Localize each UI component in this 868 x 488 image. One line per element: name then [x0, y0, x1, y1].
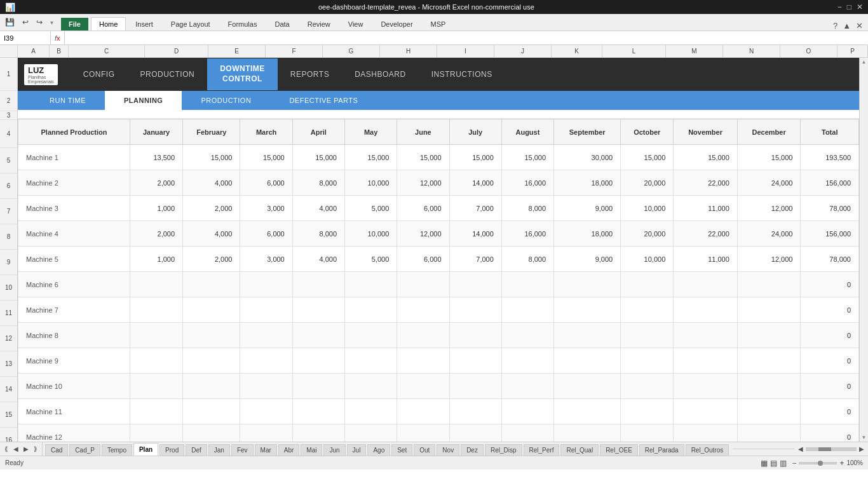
page-break-view-icon[interactable]: ▥ — [780, 459, 787, 468]
page-layout-tab[interactable]: Page Layout — [163, 17, 219, 30]
table-row[interactable]: Machine 51,0002,0003,0004,0005,0006,0007… — [18, 247, 859, 272]
tab-nav-last[interactable]: ⟫ — [32, 444, 39, 454]
col-header-p[interactable]: P — [837, 45, 868, 57]
sheet-tab-set[interactable]: Set — [391, 444, 412, 456]
col-header-c[interactable]: C — [69, 45, 145, 57]
col-header-j[interactable]: J — [494, 45, 552, 57]
vertical-scrollbar[interactable]: ▲ ▼ — [859, 58, 868, 442]
msp-tab[interactable]: MSP — [423, 17, 454, 30]
nav-instructions[interactable]: INSTRUCTIONS — [419, 58, 505, 90]
subtab-production[interactable]: PRODUCTION — [182, 91, 270, 110]
sheet-tab-cad_p[interactable]: Cad_P — [69, 444, 100, 456]
tab-nav-prev[interactable]: ◀ — [11, 444, 20, 454]
close-btn[interactable]: ✕ — [857, 3, 863, 11]
th-may: May — [345, 119, 397, 145]
sheet-tab-rel_disp[interactable]: Rel_Disp — [485, 444, 522, 456]
nav-dashboard[interactable]: DASHBOARD — [342, 58, 419, 90]
redo-quick-btn[interactable]: ↪ — [34, 17, 45, 28]
nav-config[interactable]: CONFIG — [71, 58, 128, 90]
nav-reports[interactable]: REPORTS — [278, 58, 342, 90]
tab-nav-next[interactable]: ▶ — [22, 444, 31, 454]
sheet-tab-rel_perf[interactable]: Rel_Perf — [524, 444, 560, 456]
sheet-tab-fev[interactable]: Fev — [231, 444, 254, 456]
col-header-e[interactable]: E — [208, 45, 266, 57]
table-row[interactable]: Machine 110 — [18, 399, 859, 424]
table-row[interactable]: Machine 70 — [18, 297, 859, 323]
sheet-tab-rel_qual[interactable]: Rel_Qual — [560, 444, 599, 456]
sheet-tab-jul[interactable]: Jul — [347, 444, 367, 456]
col-header-i[interactable]: I — [437, 45, 494, 57]
col-header-k[interactable]: K — [552, 45, 602, 57]
save-quick-btn[interactable]: 💾 — [3, 17, 17, 28]
nav-downtime-control[interactable]: DOWNTIMECONTROL — [207, 58, 278, 90]
sheet-tab-out[interactable]: Out — [414, 444, 435, 456]
sheet-tab-plan[interactable]: Plan — [133, 443, 158, 456]
logo-subtext: PlanilhasEmpresariais — [28, 75, 54, 84]
minimize-ribbon-icon[interactable]: ▲ — [843, 21, 851, 30]
home-tab[interactable]: Home — [91, 17, 126, 30]
col-header-g[interactable]: G — [323, 45, 380, 57]
page-layout-view-icon[interactable]: ▤ — [770, 459, 777, 468]
table-row[interactable]: Machine 22,0004,0006,0008,00010,00012,00… — [18, 170, 859, 196]
data-tab[interactable]: Data — [266, 17, 297, 30]
col-header-b[interactable]: B — [50, 45, 69, 57]
table-row[interactable]: Machine 100 — [18, 374, 859, 399]
minimize-btn[interactable]: − — [837, 3, 842, 11]
sheet-tab-rel_parada[interactable]: Rel_Parada — [639, 444, 684, 456]
formulas-tab[interactable]: Formulas — [220, 17, 266, 30]
help-icon[interactable]: ? — [833, 21, 837, 30]
close-ribbon-icon[interactable]: ✕ — [856, 21, 863, 30]
col-header-n[interactable]: N — [723, 45, 780, 57]
col-header-a[interactable]: A — [18, 45, 50, 57]
tab-nav-first[interactable]: ⟪ — [3, 444, 10, 454]
maximize-btn[interactable]: □ — [847, 3, 851, 11]
horizontal-scroll[interactable]: ◀ ▶ — [794, 445, 868, 452]
nav-production[interactable]: PRODUCTION — [128, 58, 208, 90]
sheet-tab-prod[interactable]: Prod — [159, 444, 184, 456]
sheet-tab-mai[interactable]: Mai — [301, 444, 322, 456]
zoom-slider[interactable] — [799, 462, 837, 464]
sheet-tab-cad[interactable]: Cad — [45, 444, 68, 456]
sheet-tab-abr[interactable]: Abr — [278, 444, 300, 456]
review-tab[interactable]: Review — [299, 17, 339, 30]
col-header-m[interactable]: M — [666, 45, 723, 57]
col-header-f[interactable]: F — [266, 45, 323, 57]
sheet-tab-rel_outros[interactable]: Rel_Outros — [686, 444, 729, 456]
formula-input[interactable] — [65, 31, 868, 44]
table-row[interactable]: Machine 60 — [18, 272, 859, 297]
cell-reference[interactable]: I39 — [0, 31, 51, 44]
col-header-l[interactable]: L — [602, 45, 666, 57]
table-row[interactable]: Machine 80 — [18, 323, 859, 348]
undo-quick-btn[interactable]: ↩ — [20, 17, 31, 28]
col-header-h[interactable]: H — [380, 45, 437, 57]
formula-icon: fx — [51, 31, 65, 44]
zoom-in-btn[interactable]: + — [839, 459, 844, 468]
table-row[interactable]: Machine 113,50015,00015,00015,00015,0001… — [18, 145, 859, 170]
insert-tab[interactable]: Insert — [127, 17, 161, 30]
subtab-runtime[interactable]: RUN TIME — [31, 91, 105, 110]
normal-view-icon[interactable]: ▦ — [761, 459, 768, 468]
sheet-tab-ago[interactable]: Ago — [367, 444, 390, 456]
sheet-tab-jan[interactable]: Jan — [208, 444, 230, 456]
subtab-defective-parts[interactable]: DEFECTIVE PARTS — [270, 91, 377, 110]
table-row[interactable]: Machine 42,0004,0006,0008,00010,00012,00… — [18, 221, 859, 247]
sheet-tab-jun[interactable]: Jun — [323, 444, 345, 456]
sheet-tab-def[interactable]: Def — [186, 444, 207, 456]
row-num-11: 11 — [0, 301, 17, 326]
th-april: April — [292, 119, 344, 145]
table-row[interactable]: Machine 31,0002,0003,0004,0005,0006,0007… — [18, 196, 859, 221]
table-row[interactable]: Machine 120 — [18, 424, 859, 442]
sheet-tab-tempo[interactable]: Tempo — [102, 444, 132, 456]
view-tab[interactable]: View — [340, 17, 372, 30]
subtab-planning[interactable]: PLANNING — [105, 91, 182, 110]
sheet-tab-mar[interactable]: Mar — [255, 444, 277, 456]
zoom-out-btn[interactable]: − — [792, 459, 796, 468]
table-row[interactable]: Machine 90 — [18, 348, 859, 374]
file-tab[interactable]: File — [61, 18, 88, 30]
sheet-tab-nov[interactable]: Nov — [437, 444, 459, 456]
col-header-d[interactable]: D — [145, 45, 208, 57]
sheet-tab-dez[interactable]: Dez — [461, 444, 484, 456]
sheet-tab-rel_oee[interactable]: Rel_OEE — [600, 444, 638, 456]
developer-tab[interactable]: Developer — [372, 17, 421, 30]
col-header-o[interactable]: O — [780, 45, 837, 57]
